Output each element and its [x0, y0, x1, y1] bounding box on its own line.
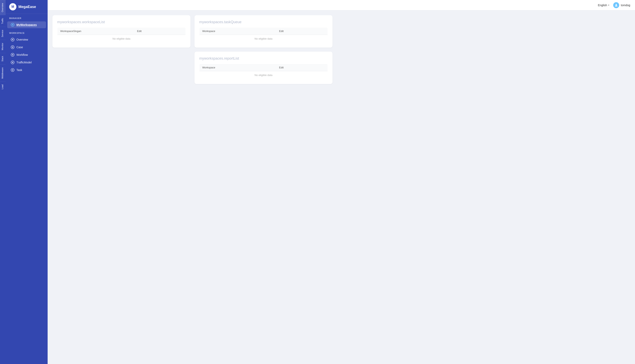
- task-icon: [11, 68, 14, 72]
- language-selector[interactable]: English ▾: [598, 4, 609, 7]
- content-area: myworkspaces.workspaceList WorkspaceSlog…: [48, 10, 635, 364]
- task-queue-header-row: Workspace Edit: [200, 28, 328, 35]
- report-list-no-data: No eligible data: [200, 71, 328, 79]
- report-list-no-data-row: No eligible data: [200, 71, 328, 79]
- vertical-tab-monitor[interactable]: Monitor: [0, 40, 6, 53]
- report-list-card: myworkspaces.reportList Workspace Edit N…: [194, 52, 332, 84]
- workspace-list-card: myworkspaces.workspaceList WorkspaceSlog…: [52, 15, 190, 48]
- workflow-icon: [11, 53, 14, 56]
- workspace-list-title: myworkspaces.workspaceList: [57, 20, 186, 24]
- overview-icon: [11, 38, 14, 42]
- svg-point-0: [616, 4, 617, 5]
- vertical-tab-load[interactable]: Load: [0, 82, 6, 92]
- task-queue-col-edit: Edit: [276, 28, 328, 35]
- task-queue-no-data-row: No eligible data: [200, 35, 328, 43]
- workspace-list-no-data: No eligible data: [58, 35, 186, 43]
- case-label: Case: [16, 46, 23, 49]
- vertical-tab-traffic[interactable]: Traffic: [0, 15, 6, 27]
- sidebar-item-overview[interactable]: Overview: [7, 36, 46, 43]
- app-name: MegaEase: [18, 5, 36, 9]
- my-workspaces-label: MyWorkspaces: [16, 23, 37, 26]
- content-grid: myworkspaces.workspaceList WorkspaceSlog…: [52, 15, 332, 84]
- trafficmodel-label: TrafficModel: [16, 61, 32, 64]
- report-list-table: Workspace Edit No eligible data: [199, 64, 328, 79]
- report-list-col-edit: Edit: [276, 64, 328, 71]
- vertical-tab-overview[interactable]: Overview: [0, 0, 6, 15]
- left-column-spacer: [52, 52, 190, 84]
- user-menu[interactable]: tomdog: [613, 2, 630, 8]
- workflow-label: Workflow: [16, 53, 28, 56]
- vertical-tab-service[interactable]: Service: [0, 27, 6, 40]
- main-wrapper: English ▾ tomdog myworkspaces.workspaceL…: [48, 0, 635, 364]
- user-avatar: [613, 2, 619, 8]
- language-label: English: [598, 4, 607, 7]
- task-queue-table: Workspace Edit No eligible data: [199, 28, 328, 43]
- report-list-col-workspace: Workspace: [200, 64, 276, 71]
- manager-section-title: MANAGER: [6, 14, 48, 21]
- workspace-list-col-edit: Edit: [134, 28, 186, 35]
- task-queue-card: myworkspaces.taskQueue Workspace Edit No…: [194, 15, 332, 48]
- task-label: Task: [16, 68, 22, 72]
- workspace-list-header-row: WorkspaceSlogan Edit: [58, 28, 186, 35]
- overview-label: Overview: [16, 38, 28, 41]
- sidebar-item-task[interactable]: Task: [7, 66, 46, 74]
- sidebar-item-workflow[interactable]: Workflow: [7, 52, 46, 58]
- report-list-title: myworkspaces.reportList: [199, 56, 328, 60]
- workspace-section-title: WORKSPACE: [6, 28, 48, 36]
- report-list-header-row: Workspace Edit: [200, 64, 328, 71]
- workspace-list-table: WorkspaceSlogan Edit No eligible data: [57, 28, 186, 43]
- case-icon: [11, 46, 14, 49]
- workspace-list-no-data-row: No eligible data: [58, 35, 186, 43]
- vertical-tab-bar: Overview Traffic Service Monitor Stack M…: [0, 0, 6, 364]
- task-queue-title: myworkspaces.taskQueue: [199, 20, 328, 24]
- sidebar: M MegaEase MANAGER MyWorkspaces WORKSPAC…: [6, 0, 48, 364]
- my-workspaces-icon: [11, 23, 14, 26]
- task-queue-no-data: No eligible data: [200, 35, 328, 43]
- language-chevron-icon: ▾: [608, 4, 609, 6]
- sidebar-item-trafficmodel[interactable]: TrafficModel: [7, 59, 46, 66]
- vertical-tab-middleware[interactable]: Middleware: [0, 64, 6, 82]
- trafficmodel-icon: [11, 60, 14, 64]
- task-queue-col-workspace: Workspace: [200, 28, 276, 35]
- logo-icon: M: [9, 3, 16, 10]
- topbar: English ▾ tomdog: [48, 0, 635, 10]
- logo-area: M MegaEase: [6, 0, 48, 14]
- vertical-tab-stack[interactable]: Stack: [0, 53, 6, 64]
- sidebar-item-case[interactable]: Case: [7, 44, 46, 50]
- sidebar-item-my-workspaces[interactable]: MyWorkspaces: [7, 22, 46, 28]
- username-label: tomdog: [621, 4, 630, 7]
- workspace-list-col-slogan: WorkspaceSlogan: [58, 28, 134, 35]
